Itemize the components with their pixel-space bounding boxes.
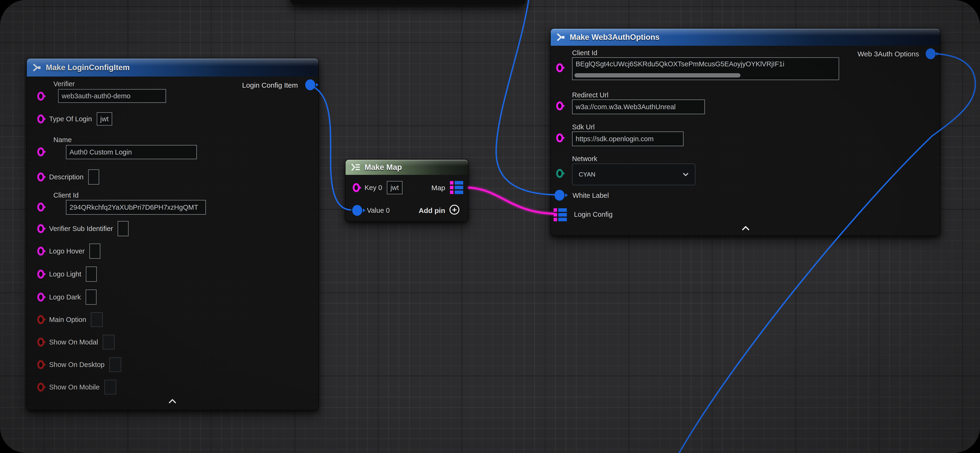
pin-label: Client Id — [53, 192, 78, 199]
pin-label: Login Config — [574, 211, 612, 219]
pin-label: Verifier Sub Identifier — [49, 225, 113, 233]
value0-pin[interactable] — [352, 205, 362, 216]
main-option-pin[interactable] — [37, 315, 45, 324]
offscreen-node-top[interactable] — [291, 0, 526, 5]
chevron-down-icon — [682, 173, 689, 176]
client-id-pin[interactable] — [37, 203, 45, 212]
add-pin-label: Add pin — [418, 207, 445, 215]
key0-pin[interactable] — [353, 183, 360, 192]
pin-label: Network — [572, 155, 597, 163]
pin-label: Description — [49, 173, 83, 181]
map-output-pin[interactable] — [450, 181, 463, 194]
node-title: Make Web3AuthOptions — [570, 33, 660, 42]
verifier-sub-identifier-pin[interactable] — [37, 224, 45, 233]
add-pin-button[interactable]: + — [449, 205, 460, 215]
show-on-mobile-pin[interactable] — [37, 383, 45, 392]
show-on-modal-pin[interactable] — [37, 337, 45, 347]
pin-label: Logo Hover — [49, 247, 85, 255]
client-id-pin[interactable] — [556, 63, 563, 72]
pin-label: Redirect Url — [572, 91, 608, 99]
verifier-sub-identifier-input[interactable] — [118, 221, 129, 236]
client-id-value: BEglQSgt4cUWcj6SKRdu5QkOXTsePmMcusG5EAoy… — [576, 60, 784, 68]
description-input[interactable] — [88, 169, 99, 185]
pin-label: Client Id — [572, 49, 597, 57]
wire-map-to-login-config-glow — [469, 188, 554, 214]
name-input[interactable]: Auth0 Custom Login — [66, 145, 197, 159]
show-on-desktop-checkbox[interactable] — [109, 357, 121, 372]
node-title: Make Map — [364, 163, 402, 172]
node-header[interactable]: Make LoginConfigItem — [27, 59, 318, 76]
sdk-url-input[interactable]: https://sdk.openlogin.com — [572, 131, 684, 146]
logo-light-input[interactable] — [86, 266, 97, 282]
pin-label: Show On Modal — [49, 338, 98, 346]
node-make-map[interactable]: Make Map Key 0 jwt Map Value 0 Add pin + — [345, 159, 468, 222]
pin-label: Sdk Url — [572, 123, 595, 131]
sdk-url-pin[interactable] — [556, 133, 563, 143]
main-option-checkbox[interactable] — [91, 312, 103, 327]
key0-input[interactable]: jwt — [387, 181, 402, 194]
pin-label: Key 0 — [364, 184, 382, 192]
pin-label: Value 0 — [367, 207, 390, 214]
map-output-label: Map — [431, 184, 445, 192]
pin-label: Show On Mobile — [49, 383, 100, 391]
network-dropdown-value: CYAN — [579, 171, 595, 178]
pin-label: Name — [53, 136, 72, 144]
wire-top-to-white-label[interactable] — [496, 0, 555, 195]
type-of-login-input[interactable]: jwt — [97, 112, 112, 125]
output-pin-label: Web 3Auth Options — [858, 50, 919, 58]
network-pin[interactable] — [556, 169, 563, 178]
logo-hover-pin[interactable] — [37, 247, 45, 256]
node-header[interactable]: Make Map — [345, 160, 468, 175]
node-header[interactable]: Make Web3AuthOptions — [551, 29, 940, 46]
pin-label: Type Of Login — [49, 115, 92, 123]
show-on-desktop-pin[interactable] — [37, 360, 45, 369]
show-on-mobile-checkbox[interactable] — [104, 380, 116, 394]
make-container-icon — [350, 163, 361, 172]
pin-label: White Label — [573, 192, 609, 200]
type-of-login-pin[interactable] — [37, 114, 45, 124]
chevron-up-icon — [168, 399, 177, 404]
network-dropdown[interactable]: CYAN — [572, 163, 695, 185]
show-on-modal-checkbox[interactable] — [103, 335, 115, 350]
redirect-url-pin[interactable] — [556, 101, 563, 111]
client-id-scrollbar[interactable] — [574, 73, 740, 78]
collapse-node-button[interactable] — [741, 226, 750, 231]
make-struct-icon — [555, 32, 566, 43]
blueprint-editor: Make LoginConfigItem Login Config Item V… — [0, 0, 980, 453]
pin-label: Verifier — [53, 80, 75, 88]
white-label-pin[interactable] — [555, 190, 565, 201]
pin-label: Main Option — [49, 316, 86, 324]
logo-dark-pin[interactable] — [37, 293, 45, 302]
description-pin[interactable] — [37, 173, 45, 182]
pin-label: Logo Light — [49, 270, 81, 278]
pin-label: Logo Dark — [49, 293, 81, 301]
graph-canvas[interactable]: Make LoginConfigItem Login Config Item V… — [0, 0, 980, 453]
verifier-pin[interactable] — [37, 92, 45, 101]
node-title: Make LoginConfigItem — [46, 63, 130, 72]
output-pin-label: Login Config Item — [242, 81, 298, 89]
chevron-up-icon — [741, 226, 750, 231]
verifier-input[interactable]: web3auth-auth0-demo — [58, 89, 166, 103]
logo-dark-input[interactable] — [86, 290, 97, 305]
make-struct-icon — [32, 62, 42, 73]
node-make-loginconfigitem[interactable]: Make LoginConfigItem Login Config Item V… — [26, 58, 319, 410]
redirect-url-input[interactable]: w3a://com.w3a.Web3AuthUnreal — [572, 100, 705, 114]
client-id-input[interactable]: 294QRkchfq2YaXUbPri7D6PH7xzHgQMT — [66, 200, 206, 215]
logo-light-pin[interactable] — [37, 269, 45, 279]
collapse-node-button[interactable] — [168, 399, 177, 404]
pin-label: Show On Desktop — [49, 361, 105, 369]
node-make-web3authoptions[interactable]: Make Web3AuthOptions Web 3Auth Options C… — [550, 28, 940, 236]
name-pin[interactable] — [37, 147, 45, 156]
logo-hover-input[interactable] — [89, 244, 100, 259]
